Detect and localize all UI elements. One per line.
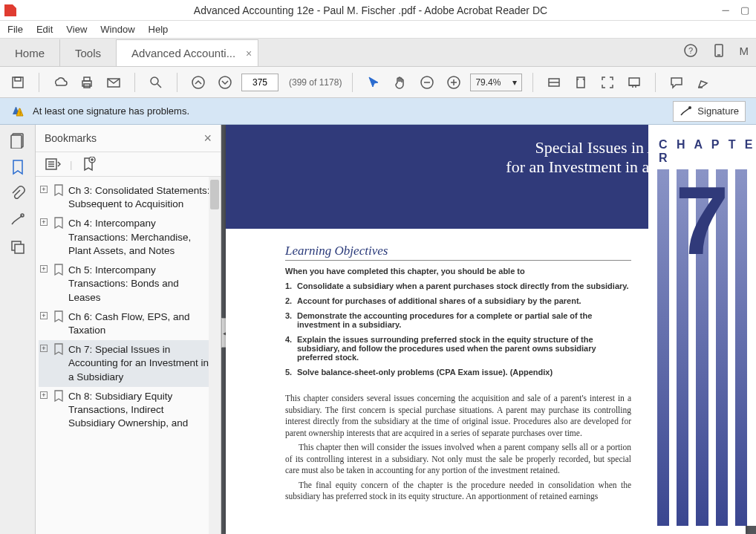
tab-document[interactable]: Advanced Accounti... × [117, 39, 258, 66]
page-body: Learning Objectives When you have comple… [285, 244, 631, 506]
highlight-icon[interactable] [693, 72, 714, 93]
bookmark-glyph-icon [53, 217, 64, 229]
zoom-value: 79.4% [475, 77, 501, 88]
page-down-icon[interactable] [215, 72, 235, 93]
print-icon[interactable] [76, 72, 97, 93]
page-number-input[interactable] [241, 74, 278, 91]
objective-number: 2. [285, 296, 297, 305]
objective-item: 2.Account for purchases of additional sh… [285, 296, 631, 305]
svg-text:!: ! [19, 110, 21, 117]
selection-arrow-icon[interactable] [363, 72, 384, 93]
objective-item: 3.Demonstrate the accounting procedures … [285, 311, 631, 329]
more-label[interactable]: M [740, 45, 749, 57]
objective-text: Explain the issues surrounding preferred… [297, 335, 631, 362]
zoom-select[interactable]: 79.4% ▾ [470, 74, 522, 91]
svg-point-10 [151, 77, 158, 85]
menu-view[interactable]: View [66, 24, 87, 35]
svg-rect-5 [15, 77, 21, 81]
cloud-icon[interactable] [50, 72, 71, 93]
zoom-out-icon[interactable] [417, 72, 437, 93]
svg-point-13 [219, 76, 231, 88]
bookmark-item[interactable]: +Ch 4: Intercompany Transactions: Mercha… [39, 214, 218, 261]
chapter-side-panel: C H A P T E R 7 [648, 125, 756, 526]
menu-bar: File Edit View Window Help [0, 21, 756, 39]
chapter-body-text: This chapter considers several issues co… [285, 393, 631, 503]
email-icon[interactable] [103, 72, 124, 93]
minimize-button[interactable]: ─ [719, 4, 732, 17]
bookmark-glyph-icon [53, 390, 64, 402]
tab-document-label: Advanced Accounti... [131, 47, 235, 59]
help-icon[interactable]: ? [683, 43, 698, 58]
title-bar: Advanced Accounting 12e - Paul M. Fische… [0, 0, 756, 21]
pen-icon [680, 105, 693, 118]
bookmark-glyph-icon [53, 264, 64, 276]
fit-page-icon[interactable] [570, 72, 591, 93]
svg-rect-29 [11, 135, 22, 149]
pdf-file-icon [4, 4, 16, 16]
bookmarks-scrollbar[interactable] [209, 177, 221, 534]
comment-icon[interactable] [666, 72, 687, 93]
objective-number: 1. [285, 281, 297, 290]
learning-objectives-intro: When you have completed this chapter, yo… [285, 267, 631, 276]
close-panel-icon[interactable]: × [203, 131, 212, 146]
search-icon[interactable] [146, 72, 166, 93]
tab-tools[interactable]: Tools [60, 39, 117, 66]
bookmark-label: Ch 7: Special Issues in Accounting for a… [68, 343, 212, 384]
window-title: Advanced Accounting 12e - Paul M. Fische… [22, 4, 719, 16]
objective-text: Demonstrate the accounting procedures fo… [297, 311, 631, 329]
thumbnails-icon[interactable] [10, 132, 26, 149]
fit-width-icon[interactable] [544, 72, 564, 93]
menu-edit[interactable]: Edit [36, 24, 53, 35]
expand-icon[interactable]: + [40, 265, 48, 273]
expand-icon[interactable]: + [40, 391, 48, 399]
bookmark-item[interactable]: +Ch 7: Special Issues in Accounting for … [39, 340, 218, 387]
maximize-button[interactable]: ▢ [738, 4, 752, 17]
fullscreen-icon[interactable] [597, 72, 618, 93]
signature-warning-bar: ! At least one signature has problems. S… [0, 98, 756, 125]
attachments-icon[interactable] [10, 186, 26, 202]
document-area: ◀ Special Issues in Accounting for an In… [221, 125, 756, 534]
bookmark-item[interactable]: +Ch 3: Consolidated Statements: Subseque… [39, 181, 218, 214]
close-tab-icon[interactable]: × [246, 48, 252, 59]
hand-tool-icon[interactable] [390, 72, 411, 93]
tab-home[interactable]: Home [0, 39, 60, 66]
zoom-in-icon[interactable] [443, 72, 464, 93]
warning-icon: ! [10, 104, 25, 119]
new-bookmark-icon[interactable] [81, 157, 96, 172]
body-paragraph: The final equity concern of the chapter … [285, 480, 631, 503]
signatures-rail-icon[interactable] [10, 212, 26, 229]
bookmarks-icon[interactable] [10, 159, 26, 175]
navigation-rail [0, 125, 36, 534]
read-mode-icon[interactable] [624, 72, 645, 93]
expand-icon[interactable]: + [40, 312, 48, 319]
signature-panel-button[interactable]: Signature [673, 101, 746, 122]
page-up-icon[interactable] [188, 72, 209, 93]
mobile-icon[interactable] [711, 43, 726, 58]
bookmark-label: Ch 6: Cash Flow, EPS, and Taxation [68, 310, 212, 337]
workspace: Bookmarks × | +Ch 3: Consolidated Statem… [0, 125, 756, 534]
bookmark-item[interactable]: +Ch 5: Intercompany Transactions: Bonds … [39, 261, 218, 307]
chapter-number: 7 [675, 172, 729, 269]
bookmark-item[interactable]: +Ch 8: Subsidiary Equity Transactions, I… [39, 387, 218, 434]
menu-file[interactable]: File [7, 24, 23, 35]
main-toolbar: (399 of 1178) 79.4% ▾ [0, 67, 756, 98]
bookmark-glyph-icon [53, 310, 64, 322]
expand-icon[interactable]: + [40, 218, 48, 226]
layers-icon[interactable] [10, 239, 26, 255]
body-paragraph: This chapter then will consider the issu… [285, 442, 631, 477]
objective-item: 5.Solve balance-sheet-only problems (CPA… [285, 368, 631, 377]
save-icon[interactable] [7, 72, 28, 93]
objective-number: 5. [285, 368, 297, 377]
objective-text: Consolidate a subsidiary when a parent p… [297, 281, 629, 290]
svg-rect-32 [15, 244, 24, 253]
svg-rect-7 [84, 77, 90, 81]
bookmark-item[interactable]: +Ch 6: Cash Flow, EPS, and Taxation [39, 307, 218, 340]
tab-strip: Home Tools Advanced Accounti... × ? M [0, 39, 756, 67]
expand-icon[interactable]: + [40, 186, 48, 193]
svg-rect-21 [629, 78, 639, 85]
menu-help[interactable]: Help [149, 24, 169, 35]
expand-icon[interactable]: + [40, 345, 48, 352]
menu-window[interactable]: Window [100, 24, 134, 35]
bookmark-options-icon[interactable] [45, 157, 61, 171]
body-paragraph: This chapter considers several issues co… [285, 393, 631, 439]
